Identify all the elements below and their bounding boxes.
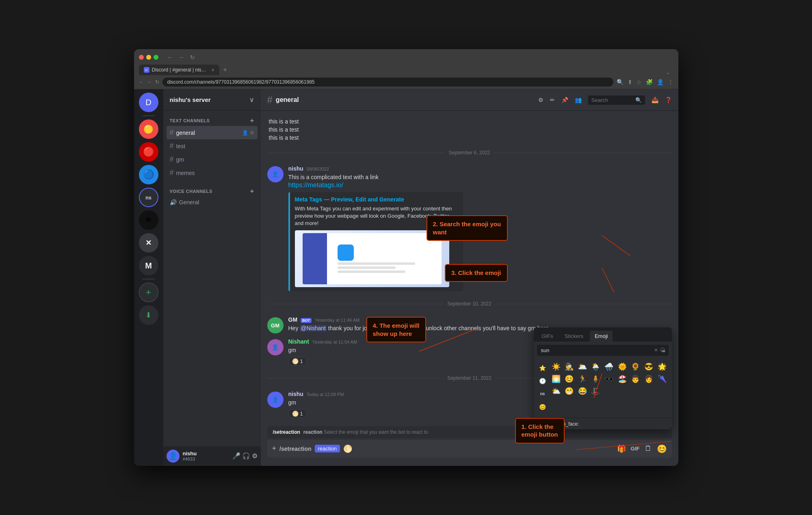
add-channel-icon[interactable]: +	[250, 117, 254, 124]
emoji-cell-sun[interactable]: ☀️	[550, 361, 562, 373]
new-tab-button[interactable]: +	[220, 65, 230, 75]
discover-button[interactable]: ⬇	[139, 305, 158, 325]
input-right-icons: 🎁 GIF 🗒 😊	[617, 444, 667, 454]
divider-line-3	[267, 304, 444, 304]
pin-icon[interactable]: 📌	[561, 97, 568, 103]
emoji-sidebar-ns[interactable]: ns	[537, 388, 548, 400]
discord-app: D 🟡 🔴 🔵 ns 👁 ✕ M	[134, 89, 678, 465]
server-icon-eye[interactable]: 👁	[139, 210, 158, 230]
emoji-search-sun-icon: 🌤	[660, 347, 665, 353]
nav-buttons: ← → ↻	[166, 53, 197, 61]
back-button[interactable]: ←	[166, 53, 175, 61]
server-icon-x[interactable]: ✕	[139, 233, 158, 253]
threads-icon[interactable]: ⚙	[538, 97, 543, 103]
emoji-cell-star[interactable]: 🌟	[656, 361, 668, 373]
emoji-cell-man[interactable]: 👨	[629, 373, 641, 385]
emoji-cell-person[interactable]: 🧍	[589, 373, 602, 385]
tab-emoji[interactable]: Emoji	[590, 331, 613, 342]
emoji-cell-sunflower[interactable]: 🌻	[629, 361, 641, 373]
emoji-sidebar-clock[interactable]: 🕐	[537, 375, 548, 387]
file-attach-icon[interactable]: +	[272, 444, 277, 453]
emoji-cell-laugh[interactable]: 😂	[576, 385, 589, 397]
add-voice-channel-icon[interactable]: +	[250, 188, 254, 195]
forward-button[interactable]: →	[177, 53, 186, 61]
gif-icon[interactable]: GIF	[631, 446, 640, 452]
emoji-cell-grin[interactable]: 😁	[563, 385, 575, 397]
chat-search-input[interactable]: Search 🔍	[588, 95, 645, 105]
emoji-search-clear-icon[interactable]: ✕	[654, 347, 658, 353]
addr-forward[interactable]: →	[147, 79, 152, 85]
channel-hash-header: #	[267, 94, 273, 106]
chat-header: # general ⚙ ✏ 📌 👥 Search 🔍 📥 ❓	[261, 89, 678, 111]
emoji-cell-woman[interactable]: 👩	[643, 373, 655, 385]
emoji-cell-umbrella[interactable]: 🌂	[656, 373, 668, 385]
emoji-sidebar-star[interactable]: ⭐	[537, 362, 548, 374]
server-icon-3[interactable]: 🔵	[139, 165, 158, 184]
browser-chrome: ← → ↻ D Discord | #general | nishu's se.…	[134, 49, 678, 75]
microphone-icon[interactable]: 🎤	[232, 452, 240, 460]
reaction-btn-3[interactable]: 🌕 1	[288, 357, 307, 366]
sticker-icon[interactable]: 🗒	[645, 444, 652, 453]
emoji-cell-sunglasses[interactable]: 😎	[643, 361, 655, 373]
channel-item-test[interactable]: # test	[167, 139, 258, 153]
help-icon[interactable]: ❓	[665, 97, 672, 103]
server-header[interactable]: nishu's server ∨	[163, 89, 261, 110]
emoji-cell-partlycloudy[interactable]: ⛅	[550, 385, 562, 397]
channel-item-general[interactable]: # general 👤 ⚙	[167, 126, 258, 139]
mention-nishant[interactable]: @Nishant	[300, 325, 327, 331]
inbox-icon[interactable]: 📥	[652, 97, 658, 103]
user-settings-icon[interactable]: ⚙	[252, 452, 258, 460]
channel-item-memes[interactable]: # memes	[167, 166, 258, 180]
test-messages: this is a test this is a test this is a …	[267, 117, 672, 142]
channel-item-gm[interactable]: # gm	[167, 153, 258, 166]
voice-channel-general[interactable]: 🔊 General	[167, 197, 258, 208]
server-icon-ns[interactable]: ns	[139, 188, 158, 207]
edit-icon[interactable]: ✏	[550, 97, 555, 103]
emoji-cell-run[interactable]: 🏃	[576, 373, 589, 385]
text-channels-header[interactable]: TEXT CHANNELS +	[167, 117, 258, 124]
maximize-button[interactable]	[154, 55, 158, 60]
add-server-button[interactable]: +	[139, 283, 158, 302]
emoji-cell-cloud[interactable]: 🌥️	[576, 361, 589, 373]
emoji-grid-area: ⭐ 🕐 ns 😊 ☀️ 🕵️ 🌥️ 🌦️ 🌧️ 🌞	[534, 359, 672, 418]
close-button[interactable]	[139, 55, 144, 60]
emoji-cell-beach[interactable]: 🏖️	[616, 373, 628, 385]
addr-refresh[interactable]: ↻	[155, 79, 159, 85]
emoji-cell-smile[interactable]: 😊	[563, 373, 575, 385]
tab-close-button[interactable]: ✕	[211, 68, 214, 72]
emoji-cell-sunface[interactable]: 🌞	[616, 361, 628, 373]
members-icon[interactable]: 👥	[575, 97, 582, 103]
emoji-cell-thunder[interactable]: 🌧️	[603, 361, 615, 373]
divider-line	[267, 153, 446, 153]
command-hint-label: reaction Select the emoji that you want …	[303, 429, 428, 435]
emoji-cell-sunset[interactable]: 🌅	[550, 373, 562, 385]
emoji-cell-tophat[interactable]: 🎩	[589, 385, 602, 397]
gift-icon[interactable]: 🎁	[617, 444, 626, 453]
emoji-search-input[interactable]	[537, 345, 669, 356]
discord-home-button[interactable]: D	[139, 93, 158, 112]
voice-channels-header[interactable]: VOICE CHANNELS +	[167, 188, 258, 195]
server-icon-M[interactable]: M	[139, 256, 158, 275]
reaction-btn-4[interactable]: 🌕 1	[288, 409, 307, 418]
emoji-cell-sunglasses2[interactable]: 🕶️	[603, 373, 615, 385]
msg-header-2: GM BOT Yesterday at 11:46 AM	[288, 316, 672, 323]
headphone-icon[interactable]: 🎧	[242, 452, 250, 460]
emoji-cell-rain[interactable]: 🌦️	[589, 361, 602, 373]
emoji-sidebar-smiley[interactable]: 😊	[537, 401, 548, 413]
active-tab[interactable]: D Discord | #general | nishu's se... ✕	[139, 65, 219, 75]
channel-icons-general: 👤 ⚙	[242, 130, 254, 136]
main-chat: # general ⚙ ✏ 📌 👥 Search 🔍 📥 ❓	[261, 89, 678, 465]
minimize-button[interactable]	[146, 55, 151, 60]
emoji-cell-detective[interactable]: 🕵️	[563, 361, 575, 373]
msg-link-1[interactable]: https://metatags.io/	[288, 182, 343, 188]
server-icon-1[interactable]: 🟡	[139, 119, 158, 139]
refresh-button[interactable]: ↻	[188, 53, 197, 61]
server-icon-2[interactable]: 🔴	[139, 142, 158, 162]
tab-gifs[interactable]: GIFs	[537, 331, 558, 342]
tab-stickers[interactable]: Stickers	[560, 331, 588, 342]
emoji-button[interactable]: 😊	[657, 444, 667, 454]
slash-symbol: /setreaction	[273, 429, 300, 435]
address-input[interactable]	[162, 78, 613, 87]
addr-back[interactable]: ←	[139, 79, 144, 85]
test-msg-1: this is a test	[269, 117, 672, 126]
